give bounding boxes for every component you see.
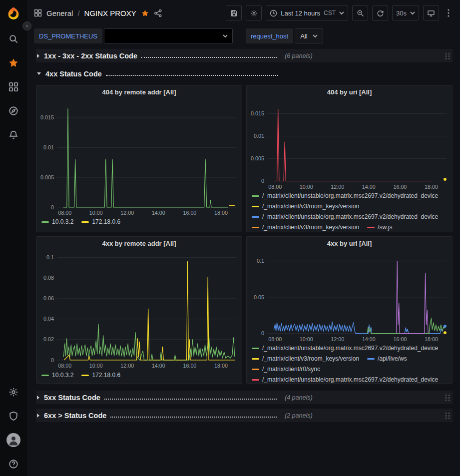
- svg-text:16:00: 16:00: [183, 363, 196, 369]
- svg-text:16:00: 16:00: [183, 210, 196, 216]
- row-title: 4xx Status Code: [45, 70, 102, 78]
- legend-item[interactable]: /_matrix/client/unstable/org.matrix.msc2…: [252, 344, 438, 353]
- legend-item[interactable]: 172.18.0.6: [81, 218, 120, 226]
- legend-item[interactable]: /_matrix/client/unstable/org.matrix.msc2…: [252, 376, 438, 383]
- svg-text:16:00: 16:00: [393, 336, 407, 342]
- svg-text:0.005: 0.005: [251, 155, 264, 161]
- save-button[interactable]: [226, 5, 242, 20]
- legend-item[interactable]: /sw.js: [367, 223, 392, 232]
- svg-text:08:00: 08:00: [268, 336, 282, 342]
- panel-title[interactable]: 404 by uri [All]: [247, 85, 452, 97]
- legend-item[interactable]: /_matrix/client/r0/sync: [252, 365, 320, 374]
- chevron-down-icon: [313, 34, 318, 38]
- svg-text:0.02: 0.02: [43, 336, 54, 342]
- legend-item[interactable]: 10.0.3.2: [41, 218, 73, 226]
- refresh-interval-value: 30s: [396, 9, 407, 17]
- legend-item[interactable]: /_matrix/client/unstable/org.matrix.msc2…: [252, 192, 438, 200]
- request-host-variable-select[interactable]: All: [295, 28, 323, 43]
- settings-gear-icon[interactable]: [0, 380, 27, 404]
- legend-swatch: [252, 227, 259, 228]
- row-drag-handle-icon[interactable]: [444, 412, 451, 420]
- admin-shield-icon[interactable]: [0, 404, 27, 428]
- refresh-interval-select[interactable]: 30s: [392, 5, 419, 20]
- svg-text:14:00: 14:00: [362, 336, 376, 342]
- search-icon[interactable]: [0, 27, 27, 51]
- legend-label: /_matrix/client/v3/room_keys/version: [262, 223, 359, 232]
- dashboard-title[interactable]: NGINX PROXY: [84, 9, 136, 17]
- panel-legend: /_matrix/client/unstable/org.matrix.msc2…: [247, 191, 452, 232]
- row-drag-handle-icon[interactable]: [444, 394, 451, 402]
- svg-text:08:00: 08:00: [58, 363, 71, 369]
- svg-text:10:00: 10:00: [300, 336, 313, 342]
- svg-text:0.005: 0.005: [40, 174, 54, 180]
- alerting-bell-icon[interactable]: [0, 123, 27, 147]
- legend-item[interactable]: /_matrix/client/v3/room_keys/version: [252, 223, 359, 232]
- variables-bar: DS_PROMETHEUS request_host All: [27, 26, 460, 46]
- profile-avatar[interactable]: [0, 428, 27, 452]
- dashboard-settings-button[interactable]: [246, 5, 262, 20]
- sidebar-expand-icon[interactable]: ›: [22, 21, 31, 30]
- svg-text:14:00: 14:00: [362, 184, 376, 190]
- avatar: [6, 433, 20, 447]
- breadcrumb-folder[interactable]: General: [46, 9, 73, 17]
- timeseries-chart[interactable]: 00.0050.010.01508:0010:0012:0014:0016:00…: [36, 97, 242, 217]
- time-range-picker[interactable]: Last 12 hours CST: [266, 5, 348, 20]
- row-drag-handle-icon[interactable]: [444, 52, 451, 60]
- legend-label: /sw.js: [378, 223, 392, 232]
- legend-label: 172.18.0.6: [92, 371, 120, 380]
- favorite-star-icon[interactable]: [141, 9, 149, 17]
- legend-item[interactable]: /_matrix/client/unstable/org.matrix.msc2…: [252, 213, 438, 221]
- dashboard-header: General / NGINX PROXY Last 12 hours CST: [27, 0, 460, 26]
- legend-label: /_matrix/client/unstable/org.matrix.msc2…: [262, 344, 438, 353]
- svg-text:14:00: 14:00: [152, 210, 165, 216]
- row-4xx[interactable]: 4xx Status Code: [36, 67, 453, 80]
- dashboard-grid-icon: [34, 9, 42, 17]
- legend-swatch: [252, 369, 259, 370]
- help-icon[interactable]: [0, 452, 27, 476]
- row-1xx-3xx-2xx[interactable]: 1xx - 3xx - 2xx Status Code (6 panels): [36, 49, 453, 62]
- legend-swatch: [367, 358, 375, 360]
- legend-item[interactable]: /_matrix/client/v3/room_keys/version: [252, 202, 359, 211]
- legend-swatch: [252, 358, 259, 360]
- dashboards-icon[interactable]: [0, 75, 27, 99]
- legend-swatch: [41, 375, 49, 376]
- timeseries-chart[interactable]: 00.0050.010.01508:0010:0012:0014:0016:00…: [247, 97, 452, 191]
- legend-label: /_matrix/client/unstable/org.matrix.msc2…: [262, 213, 438, 221]
- timeseries-chart[interactable]: 00.050.108:0010:0012:0014:0016:0018:00: [247, 248, 452, 344]
- panel-title[interactable]: 4xx by uri [All]: [247, 237, 452, 248]
- more-options-button[interactable]: [443, 5, 454, 20]
- explore-compass-icon[interactable]: [0, 99, 27, 123]
- panel-title[interactable]: 404 by remote addr [All]: [36, 85, 242, 97]
- share-icon[interactable]: [154, 9, 162, 17]
- svg-text:12:00: 12:00: [331, 336, 344, 342]
- starred-icon[interactable]: [0, 51, 27, 75]
- svg-text:0.05: 0.05: [254, 294, 264, 300]
- svg-text:12:00: 12:00: [331, 184, 344, 190]
- refresh-button[interactable]: [372, 5, 388, 20]
- chevron-down-icon: [37, 72, 41, 75]
- legend-item[interactable]: 172.18.0.6: [81, 371, 120, 380]
- breadcrumb-separator: /: [77, 9, 79, 17]
- panel-404-by-uri: 404 by uri [All] 00.0050.010.01508:0010:…: [246, 85, 453, 232]
- svg-text:0: 0: [51, 204, 54, 210]
- svg-text:0.1: 0.1: [46, 254, 54, 260]
- legend-label: 10.0.3.2: [52, 371, 73, 380]
- svg-text:0.1: 0.1: [257, 258, 264, 264]
- timeseries-chart[interactable]: 00.020.040.060.080.108:0010:0012:0014:00…: [36, 248, 242, 371]
- svg-text:0.06: 0.06: [43, 295, 54, 301]
- row-5xx[interactable]: 5xx Status Code (4 panels): [36, 391, 453, 404]
- zoom-out-button[interactable]: [352, 5, 368, 20]
- sidebar: [0, 0, 27, 476]
- panel-title[interactable]: 4xx by remote addr [All]: [36, 237, 242, 248]
- legend-item[interactable]: 10.0.3.2: [41, 371, 73, 380]
- kiosk-mode-button[interactable]: [423, 5, 439, 20]
- legend-item[interactable]: /api/live/ws: [367, 355, 407, 363]
- legend-item[interactable]: /_matrix/client/v3/room_keys/version: [252, 355, 359, 363]
- legend-swatch: [41, 221, 49, 223]
- svg-text:10:00: 10:00: [89, 210, 103, 216]
- datasource-variable-label: DS_PROMETHEUS: [34, 28, 102, 43]
- row-6xx[interactable]: 6xx > Status Code (2 panels): [36, 409, 453, 422]
- svg-text:0.015: 0.015: [251, 110, 264, 116]
- dotted-leader: [104, 396, 277, 400]
- datasource-variable-select[interactable]: [104, 28, 233, 43]
